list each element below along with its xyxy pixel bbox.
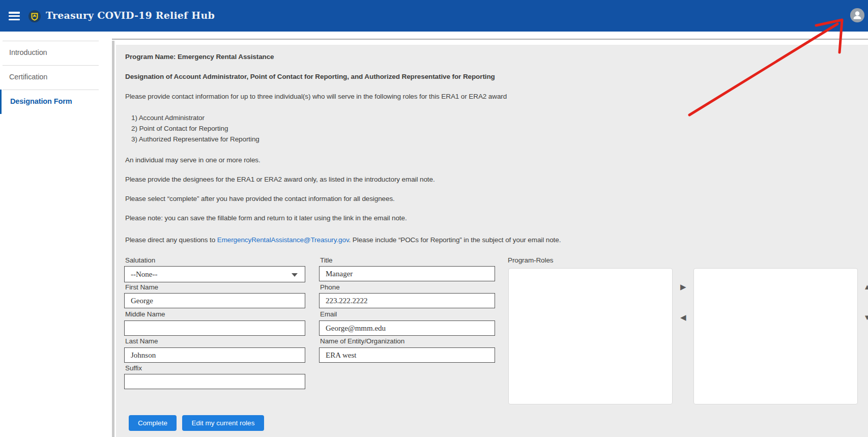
middle-name-label: Middle Name [125,310,165,318]
save-note-text: Please note: you can save the fillable f… [125,214,407,222]
entity-input[interactable] [319,347,495,363]
designees-text: Please provide the designees for the ERA… [125,175,435,184]
title-input[interactable] [319,266,495,281]
sidebar-item-introduction[interactable]: Introduction [0,41,112,65]
sidebar-item-certification[interactable]: Certification [0,65,112,90]
program-roles-available-listbox[interactable] [508,268,673,404]
select-complete-text: Please select “complete” after you have … [125,194,395,203]
intro-text: Please provide contact information for u… [125,92,507,101]
edit-current-roles-button[interactable]: Edit my current roles [182,415,264,431]
chevron-down-icon [292,273,298,277]
salutation-label: Salutation [125,256,155,264]
email-label: Email [320,310,337,318]
first-name-input[interactable] [124,293,305,308]
middle-name-input[interactable] [124,321,305,336]
content-scrollbar[interactable] [112,41,114,437]
header-gap [0,32,868,45]
move-right-icon[interactable]: ▶ [680,283,686,290]
divider [3,41,99,41]
app-header: Treasury COVID-19 Relief Hub [0,0,868,32]
suffix-label: Suffix [125,364,142,372]
divider [3,65,99,66]
move-left-icon[interactable]: ◀ [680,313,686,321]
designation-heading-text: Designation of Account Administrator, Po… [125,72,495,81]
support-email-link[interactable]: EmergencyRentalAssistance@Treasury.gov [217,236,349,244]
role-item-3: 3) Authorized Representative for Reporti… [131,134,259,144]
complete-button[interactable]: Complete [129,415,177,431]
program-name-text: Program Name: Emergency Rental Assistanc… [125,52,274,61]
role-item-1: 1) Account Administrator [131,112,259,123]
move-up-icon[interactable]: ▲ [863,283,868,290]
program-roles-label: Program-Roles [508,256,553,264]
move-down-icon[interactable]: ▼ [863,313,868,321]
roles-numbered-list: 1) Account Administrator 2) Point of Con… [131,112,259,144]
menu-icon[interactable] [9,12,20,20]
first-name-label: First Name [125,283,158,291]
title-label: Title [320,256,333,264]
phone-input[interactable] [319,293,495,308]
questions-text: Please direct any questions to Emergency… [125,236,561,244]
entity-label: Name of Entity/Organization [320,337,404,345]
divider [3,90,99,90]
treasury-logo-icon [28,10,41,22]
phone-label: Phone [320,283,340,291]
active-indicator [0,90,2,114]
app-title: Treasury COVID-19 Relief Hub [46,10,215,21]
last-name-label: Last Name [125,337,158,345]
email-input[interactable] [319,321,495,336]
user-avatar[interactable] [850,8,864,22]
role-item-2: 2) Point of Contact for Reporting [131,123,259,134]
last-name-input[interactable] [124,347,305,363]
sidebar-item-designation-form[interactable]: Designation Form [0,90,112,114]
sidebar-nav: Introduction Certification Designation F… [0,32,112,437]
program-roles-selected-listbox[interactable] [693,268,858,404]
one-or-more-text: An individual may serve in one or more r… [125,156,261,164]
salutation-select[interactable]: --None-- [124,266,305,282]
content-top-divider [107,39,868,40]
suffix-input[interactable] [124,374,305,389]
